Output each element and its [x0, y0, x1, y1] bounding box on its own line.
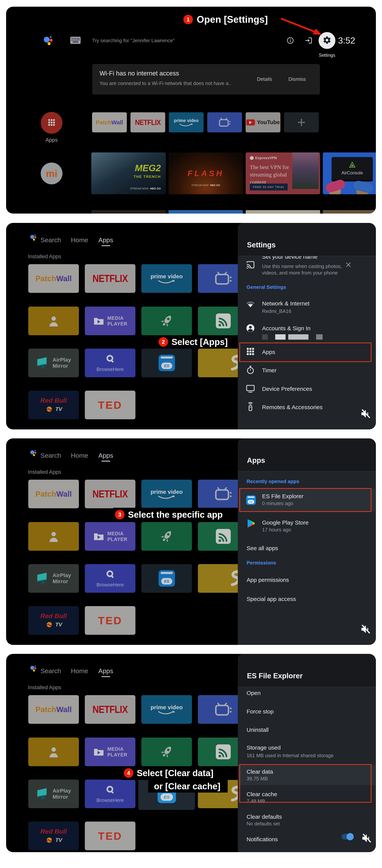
app-tile-gallery[interactable]: [28, 522, 79, 551]
app-tile-ted[interactable]: TED: [85, 822, 135, 850]
gamepad-blue: [352, 180, 374, 194]
tab-home[interactable]: Home: [71, 667, 88, 675]
app-tile-mediaplayer[interactable]: MEDIAPLAYER: [85, 307, 135, 335]
apps-grid-icon: [47, 118, 56, 128]
clear-defaults-item[interactable]: Clear defaults: [247, 813, 282, 820]
step-annotation-text: or [Clear cache]: [154, 781, 220, 792]
app-tile-patchwall[interactable]: PatchWall: [28, 695, 79, 724]
banner-meg2[interactable]: MEG2 THE TRENCH STREAM NOW HBO GO: [91, 152, 166, 194]
airconsole-logo-icon: [349, 161, 356, 169]
special-app-access-item[interactable]: Special app access: [247, 596, 296, 602]
drawer-content: OpenForce stopUninstallStorage used161 M…: [238, 687, 376, 852]
banner-expressvpn[interactable]: ExpressVPN The best VPN for streaming gl…: [246, 152, 320, 194]
app-tile-gallery[interactable]: [28, 738, 79, 766]
app-tile-netflix[interactable]: NETFLIX: [85, 264, 135, 293]
settings-item-device-preferences[interactable]: Device Preferences: [262, 386, 312, 392]
app-tile-rocket[interactable]: [141, 522, 192, 551]
app-tile-add[interactable]: +: [284, 112, 319, 132]
uninstall-item[interactable]: Uninstall: [247, 726, 268, 733]
mi-logo[interactable]: mi: [41, 162, 62, 184]
settings-item-accounts-sign-in[interactable]: Accounts & Sign In: [262, 325, 310, 332]
banner-airconsole[interactable]: AirConsole: [323, 152, 376, 194]
drawer-item-sub: No defaults set: [247, 821, 280, 827]
app-tile-browsehere[interactable]: BrowseHere: [85, 780, 135, 808]
expressvpn-logo-icon: [250, 156, 254, 160]
app-tile-rocket[interactable]: [141, 307, 192, 335]
app-tile-es[interactable]: ES: [141, 349, 192, 377]
drawer-header: Apps: [238, 438, 376, 472]
step-annotation: 1 Open [Settings]: [183, 14, 268, 25]
app-tile-patchwall[interactable]: PatchWall: [92, 112, 127, 132]
close-icon[interactable]: [345, 261, 352, 268]
step-annotation-text: Open [Settings]: [197, 14, 268, 25]
settings-item-timer[interactable]: Timer: [262, 367, 277, 374]
app-tile-ted[interactable]: TED: [85, 391, 135, 419]
assistant-logo-icon: [29, 448, 38, 458]
app-tile-primevideo[interactable]: prime video: [141, 264, 192, 293]
active-tab-underline: [101, 676, 110, 677]
app-tile-netflix[interactable]: NETFLIX: [85, 479, 135, 508]
app-tile-ted[interactable]: TED: [85, 606, 135, 635]
app-tile-patchwall[interactable]: PatchWall: [28, 479, 79, 508]
drawer-title: Settings: [247, 241, 276, 249]
settings-item-network-internet[interactable]: Network & Internet: [262, 300, 310, 307]
mi-logo-text: mi: [46, 168, 58, 179]
tab-search[interactable]: Search: [40, 236, 61, 244]
tab-home[interactable]: Home: [71, 236, 88, 244]
notifications-item[interactable]: Notifications: [247, 836, 278, 843]
assistant-logo-icon: [29, 664, 38, 673]
partial-banner: [246, 210, 320, 214]
mute-icon: [360, 408, 371, 419]
app-tile-mitv[interactable]: [207, 112, 242, 132]
app-tile-airplay[interactable]: AirPlayMirror: [28, 564, 79, 593]
tab-search[interactable]: Search: [40, 452, 61, 459]
banner-cta-button[interactable]: FREE 30-DAY TRIAL: [250, 184, 288, 190]
wifi-icon: [246, 299, 255, 309]
app-tile-browsehere[interactable]: BrowseHere: [85, 564, 135, 593]
installed-apps-label: Installed Apps: [28, 469, 61, 475]
app-tile-rocket[interactable]: [141, 738, 192, 766]
step-annotation: 4Select [Clear data]: [122, 766, 241, 780]
banner-photo: [292, 152, 319, 189]
tab-home[interactable]: Home: [71, 452, 88, 459]
app-tile-mediaplayer[interactable]: MEDIAPLAYER: [85, 738, 135, 766]
app-row-google-play-store[interactable]: Google Play Store: [262, 519, 309, 526]
app-permissions-item[interactable]: App permissions: [247, 577, 289, 583]
app-tile-primevideo[interactable]: prime video: [169, 112, 203, 132]
app-tile-airplay[interactable]: AirPlayMirror: [28, 780, 79, 808]
drawer-section-label: Permissions: [247, 560, 276, 566]
app-tile-browsehere[interactable]: BrowseHere: [85, 349, 135, 377]
app-tile-patchwall[interactable]: PatchWall: [28, 264, 79, 293]
app-tile-redbull[interactable]: Red BullTV: [28, 606, 79, 635]
banner-flash[interactable]: FLASH STREAM NOW HBO GO: [168, 152, 243, 194]
storage-used-item: Storage used: [247, 744, 281, 751]
banner-title: MEG2: [135, 163, 161, 173]
drawer-title: Apps: [247, 456, 265, 465]
app-tile-primevideo[interactable]: prime video: [141, 695, 192, 724]
app-tile-youtube[interactable]: YouTube: [246, 112, 280, 132]
see-all-apps-item[interactable]: See all apps: [247, 545, 278, 552]
settings-item-remotes-accessories[interactable]: Remotes & Accessories: [262, 404, 323, 410]
banner-title: FLASH: [168, 169, 243, 178]
tab-apps[interactable]: Apps: [98, 236, 113, 244]
app-tile-gallery[interactable]: [28, 307, 79, 335]
active-tab-underline: [101, 245, 110, 246]
notifications-toggle[interactable]: [342, 834, 353, 840]
force-stop-item[interactable]: Force stop: [247, 708, 274, 715]
app-tile-mediaplayer[interactable]: MEDIAPLAYER: [85, 522, 135, 551]
tab-apps[interactable]: Apps: [98, 452, 113, 459]
apps-rail-button[interactable]: [41, 112, 62, 134]
screen-apps-list: SearchHomeAppsInstalled AppsPatchWallNET…: [6, 438, 376, 645]
app-tile-es[interactable]: ES: [141, 564, 192, 593]
app-tile-redbull[interactable]: Red BullTV: [28, 822, 79, 850]
tab-search[interactable]: Search: [40, 667, 61, 675]
app-tile-airplay[interactable]: AirPlayMirror: [28, 349, 79, 377]
banner-title: AirConsole: [342, 170, 363, 176]
open-item[interactable]: Open: [247, 690, 260, 696]
app-tile-redbull[interactable]: Red BullTV: [28, 391, 79, 419]
app-tile-netflix[interactable]: NETFLIX: [85, 695, 135, 724]
redacted-account-text: [275, 334, 286, 340]
app-tile-netflix[interactable]: NETFLIX: [130, 112, 165, 132]
tab-apps[interactable]: Apps: [98, 667, 113, 675]
app-tile-primevideo[interactable]: prime video: [141, 479, 192, 508]
